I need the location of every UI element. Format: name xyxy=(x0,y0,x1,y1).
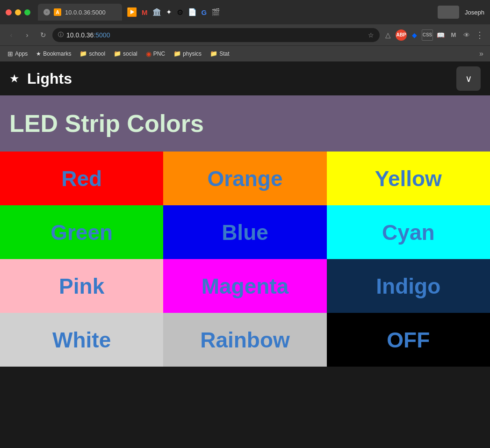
social-label: social xyxy=(123,51,137,57)
color-cell-white[interactable]: White xyxy=(0,313,163,367)
nav-bar: ‹ › ↻ ⓘ 10.0.0.36:5000 ☆ △ ABP ◆ CSS 📖 M… xyxy=(0,24,490,46)
color-cell-magenta[interactable]: Magenta xyxy=(163,259,326,313)
adblock-icon[interactable]: ABP xyxy=(396,29,407,41)
stat-folder-icon: 📁 xyxy=(210,50,217,57)
tab-favicon: A xyxy=(54,8,61,16)
youtube-favicon[interactable]: ▶️ xyxy=(127,7,137,17)
title-bar: × A 10.0.0.36:5000 ▶️ M 🏛️ ✦ ⚙ 📄 G 🎬 Jos… xyxy=(0,0,490,24)
tab-bar: × A 10.0.0.36:5000 ▶️ M 🏛️ ✦ ⚙ 📄 G 🎬 Jos… xyxy=(38,4,484,21)
school-folder-icon: 📁 xyxy=(79,50,87,57)
more-bookmarks-button[interactable]: » xyxy=(476,48,486,59)
color-cell-orange[interactable]: Orange xyxy=(163,152,326,205)
led-title-area: LED Strip Colors xyxy=(0,95,490,152)
app-header: ★ Lights ∨ xyxy=(0,62,490,95)
physics-label: physics xyxy=(183,51,202,57)
eye-icon[interactable]: 👁 xyxy=(461,29,472,41)
google-favicon[interactable]: G xyxy=(202,8,207,16)
color-cell-indigo[interactable]: Indigo xyxy=(327,259,490,313)
apps-label: Apps xyxy=(15,51,28,57)
minimize-button[interactable] xyxy=(15,9,21,15)
active-tab[interactable]: × A 10.0.0.36:5000 xyxy=(38,4,122,21)
dropdown-button[interactable]: ∨ xyxy=(456,66,481,91)
bookmark-social[interactable]: 📁 social xyxy=(110,49,141,58)
bookmarks-star-icon: ★ xyxy=(36,51,41,57)
address-bar[interactable]: ⓘ 10.0.0.36:5000 ☆ xyxy=(52,28,380,42)
forward-button[interactable]: › xyxy=(21,29,34,42)
refresh-button[interactable]: ↻ xyxy=(36,29,50,42)
led-strip-title: LED Strip Colors xyxy=(9,109,481,137)
css-icon[interactable]: CSS xyxy=(422,29,433,41)
color-cell-green[interactable]: Green xyxy=(0,205,163,259)
physics-folder-icon: 📁 xyxy=(173,50,181,57)
extension-icons: △ ABP ◆ CSS 📖 M 👁 ⋮ xyxy=(382,29,485,41)
tab-close-button[interactable]: × xyxy=(43,9,50,15)
color-cell-yellow[interactable]: Yellow xyxy=(327,152,490,205)
doc-favicon[interactable]: 📄 xyxy=(188,8,197,16)
color-cell-pink[interactable]: Pink xyxy=(0,259,163,313)
bookmark-bookmarks[interactable]: ★ Bookmarks xyxy=(32,49,75,58)
color-cell-blue[interactable]: Blue xyxy=(163,205,326,259)
url-display: 10.0.0.36:5000 xyxy=(66,31,110,39)
school-label: school xyxy=(89,51,105,57)
color-cell-red[interactable]: Red xyxy=(0,152,163,205)
tab-url: 10.0.0.36:5000 xyxy=(65,9,106,16)
gmail-favicon[interactable]: M xyxy=(142,8,148,16)
app-title: Lights xyxy=(27,70,72,87)
stat-label: Stat xyxy=(219,51,229,57)
apps-grid-icon: ⊞ xyxy=(7,50,13,58)
bookmark-pnc[interactable]: ◉ PNC xyxy=(142,49,169,59)
user-name: Joseph xyxy=(465,9,484,16)
medium-icon[interactable]: M xyxy=(448,29,459,41)
bookmark-bar: ⊞ Apps ★ Bookmarks 📁 school 📁 social ◉ P… xyxy=(0,46,490,62)
bookmark-apps[interactable]: ⊞ Apps xyxy=(4,49,31,59)
bookmark-star-button[interactable]: ☆ xyxy=(368,31,374,39)
back-button[interactable]: ‹ xyxy=(5,29,18,42)
color-cell-off[interactable]: OFF xyxy=(327,313,490,367)
app-star-icon: ★ xyxy=(9,72,20,85)
bookmark-favicon[interactable]: 🏛️ xyxy=(152,8,161,16)
film-favicon[interactable]: 🎬 xyxy=(211,8,220,16)
kindle-icon[interactable]: 📖 xyxy=(435,29,446,41)
new-tab-area xyxy=(438,6,459,19)
bookmark-school[interactable]: 📁 school xyxy=(76,49,109,58)
bookmarks-label: Bookmarks xyxy=(43,51,71,57)
maximize-button[interactable] xyxy=(24,9,30,15)
pnc-icon: ◉ xyxy=(146,50,151,58)
dropbox-icon[interactable]: ◆ xyxy=(409,29,420,41)
traffic-lights xyxy=(6,9,30,15)
bookmark-stat[interactable]: 📁 Stat xyxy=(206,49,233,58)
cloud-icon[interactable]: △ xyxy=(382,29,394,41)
menu-icon[interactable]: ⋮ xyxy=(474,29,485,41)
info-icon: ⓘ xyxy=(58,31,64,39)
star-favicon[interactable]: ✦ xyxy=(166,8,172,16)
color-cell-rainbow[interactable]: Rainbow xyxy=(163,313,326,367)
close-button[interactable] xyxy=(6,9,12,15)
pnc-label: PNC xyxy=(153,51,165,57)
github-favicon[interactable]: ⚙ xyxy=(177,8,183,17)
color-cell-cyan[interactable]: Cyan xyxy=(327,205,490,259)
bookmark-physics[interactable]: 📁 physics xyxy=(170,49,205,58)
app-title-area: ★ Lights xyxy=(9,70,72,87)
color-grid: RedOrangeYellowGreenBlueCyanPinkMagentaI… xyxy=(0,152,490,367)
social-folder-icon: 📁 xyxy=(114,50,121,57)
